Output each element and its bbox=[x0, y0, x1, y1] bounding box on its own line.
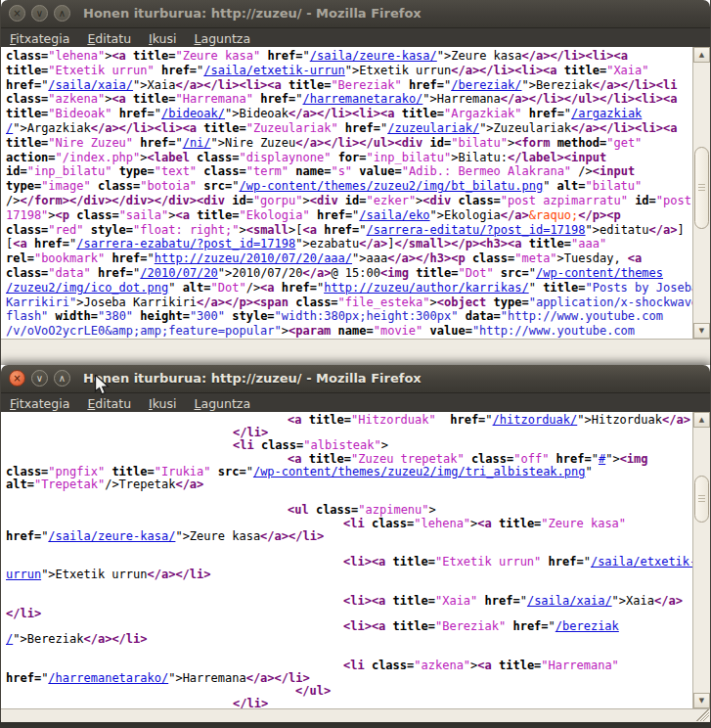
source-link[interactable]: /wp-content/themes bbox=[536, 266, 663, 280]
source-token: </a></li> bbox=[83, 632, 147, 646]
source-token bbox=[91, 179, 98, 193]
menu-laguntza[interactable]: Laguntza bbox=[186, 394, 260, 413]
source-token: "Irukia" bbox=[155, 465, 211, 478]
source-token: ">Xaia bbox=[612, 594, 654, 608]
source-link[interactable]: /harremanetarako/ bbox=[48, 671, 168, 685]
source-link[interactable]: /sarrera-ezabatu/?post_id=17198 bbox=[76, 237, 295, 250]
source-token: > bbox=[381, 438, 388, 452]
source-link[interactable]: urrun bbox=[6, 568, 41, 581]
source-link[interactable]: http://zuzeu/author/karrikas/ bbox=[324, 281, 529, 295]
source-token: "post- bbox=[656, 194, 692, 207]
source-token: href= bbox=[6, 78, 41, 92]
source-token: </a></li><li><a bbox=[571, 121, 677, 135]
menu-laguntza[interactable]: Laguntza bbox=[186, 29, 260, 48]
source-code-line: </li> bbox=[6, 698, 692, 708]
menu-fitxategia[interactable]: Fitxategia bbox=[1, 394, 78, 413]
source-token: "ezker" bbox=[367, 194, 417, 207]
source-token: </a></li> bbox=[260, 529, 324, 543]
titlebar[interactable]: × ∨ ∧ Honen iturburua: http://zuzeu/ - M… bbox=[1, 0, 710, 28]
source-link[interactable]: /saila/zeure-kasa/ bbox=[48, 529, 175, 543]
source-link[interactable]: /saila/xaia/ bbox=[527, 594, 612, 608]
source-token bbox=[522, 107, 529, 120]
vertical-scrollbar[interactable]: ▲ ▼ bbox=[692, 47, 710, 339]
source-link[interactable]: /bereziak/ bbox=[451, 78, 521, 92]
source-link[interactable]: /saila/etxetik- bbox=[591, 555, 692, 569]
scroll-down-icon[interactable]: ▼ bbox=[693, 323, 710, 339]
source-token: href= bbox=[450, 413, 485, 427]
source-token: type= bbox=[6, 179, 41, 193]
source-token: ">Bereziak bbox=[521, 78, 592, 92]
scroll-down-icon[interactable]: ▼ bbox=[693, 693, 710, 708]
menu-editatu[interactable]: Editatu bbox=[78, 394, 140, 413]
source-token: "saila" bbox=[119, 208, 169, 222]
source-token: " bbox=[295, 92, 302, 106]
source-link[interactable]: /bereziak bbox=[555, 619, 619, 633]
source-code-line: class="data" href="/2010/07/20">2010/07/… bbox=[6, 266, 692, 281]
vertical-scrollbar[interactable]: ▲ ▼ bbox=[692, 412, 710, 708]
source-token: id= bbox=[635, 194, 656, 207]
source-link[interactable]: /bideoak/ bbox=[161, 107, 225, 120]
source-token: " bbox=[520, 594, 527, 608]
source-token: "image" bbox=[41, 179, 91, 193]
menu-fitxategia[interactable]: Fitxategia bbox=[1, 29, 78, 48]
source-link[interactable]: /zuzeulariak/ bbox=[387, 121, 479, 135]
source-token: </a></p><span bbox=[197, 296, 289, 309]
source-token bbox=[282, 78, 289, 92]
source-code-line: alt="Trepetak"/>Trepetak</a> bbox=[6, 478, 692, 491]
source-token: ">Nire Zuzeu bbox=[211, 136, 296, 150]
status-bar bbox=[1, 708, 710, 722]
source-token: "azpimenu" bbox=[358, 503, 428, 517]
minimize-button-icon[interactable]: ∨ bbox=[31, 370, 48, 387]
source-link[interactable]: /saila/xaia/ bbox=[48, 78, 133, 92]
menu-ikusi[interactable]: Ikusi bbox=[140, 394, 185, 413]
source-token: class= bbox=[372, 659, 414, 672]
scrollbar-thumb[interactable] bbox=[694, 147, 709, 229]
source-link[interactable]: /sarrera-editatu/?post_id=17198 bbox=[367, 223, 586, 237]
menu-editatu[interactable]: Editatu bbox=[78, 29, 140, 48]
source-link[interactable]: /wp-content/themes/zuzeu2/img/bt_bilatu.… bbox=[239, 179, 543, 193]
menu-ikusi[interactable]: Ikusi bbox=[140, 29, 185, 48]
scrollbar-thumb[interactable] bbox=[694, 476, 709, 523]
source-link[interactable]: /ni/ bbox=[183, 136, 211, 150]
source-token: class= bbox=[471, 452, 513, 466]
source-link[interactable]: /harremanetarako/ bbox=[303, 92, 423, 106]
scroll-up-icon[interactable]: ▲ bbox=[693, 412, 710, 428]
close-button-icon[interactable]: × bbox=[9, 370, 25, 387]
source-link[interactable]: http://zuzeu/2010/07/20/aaa/ bbox=[155, 251, 352, 265]
source-token: href= bbox=[140, 136, 175, 150]
source-code-line: class="red" style="float: right;"><small… bbox=[6, 223, 692, 238]
window-controls: × ∨ ∧ bbox=[9, 5, 70, 22]
source-token: >[ bbox=[289, 223, 302, 237]
maximize-button-icon[interactable]: ∧ bbox=[54, 370, 70, 387]
view-source-window-top: × ∨ ∧ Honen iturburua: http://zuzeu/ - M… bbox=[0, 0, 711, 366]
source-token: "movie" bbox=[374, 324, 423, 338]
source-token: title= bbox=[289, 78, 331, 92]
source-token: class= bbox=[6, 92, 48, 106]
source-link[interactable]: /2010/07/20 bbox=[140, 266, 217, 280]
source-link[interactable]: /hitzorduak/ bbox=[493, 413, 578, 427]
maximize-button-icon[interactable]: ∧ bbox=[54, 5, 70, 22]
source-code-line: href="/saila/zeure-kasa/">Zeure kasa</a>… bbox=[6, 530, 692, 543]
source-link[interactable]: /saila/etxetik-urrun bbox=[203, 64, 345, 77]
close-button-icon[interactable]: × bbox=[9, 5, 25, 22]
scroll-up-icon[interactable]: ▲ bbox=[693, 47, 710, 63]
window-controls: × ∨ ∧ bbox=[9, 370, 70, 387]
source-token: </a></li> bbox=[246, 671, 310, 685]
source-link[interactable]: /wp-content/themes/zuzeu2/img/tri_albist… bbox=[253, 465, 586, 478]
source-link[interactable]: /saila/eko bbox=[359, 208, 429, 222]
resize-grip[interactable] bbox=[695, 709, 709, 721]
source-token: "off" bbox=[513, 452, 549, 466]
window-title: Honen iturburua: http://zuzeu/ - Mozilla… bbox=[83, 371, 422, 386]
source-token: "displaynone" bbox=[239, 151, 331, 164]
source-code-line: title="Nire Zuzeu" href="/ni/">Nire Zuze… bbox=[6, 136, 692, 151]
source-link[interactable]: /saila/zeure-kasa/ bbox=[310, 49, 437, 63]
source-token: <param bbox=[289, 324, 331, 338]
source-token: action= bbox=[6, 151, 56, 164]
source-token: style= bbox=[232, 309, 274, 323]
source-link[interactable]: /argazkiak bbox=[571, 107, 642, 120]
source-link[interactable]: /zuzeu2/img/ico_dot.png bbox=[6, 281, 168, 295]
source-token: name= bbox=[338, 324, 374, 338]
source-token: href= bbox=[529, 107, 564, 120]
minimize-button-icon[interactable]: ∨ bbox=[31, 5, 48, 22]
source-code: class="lehena"><a title="Zeure kasa" hre… bbox=[1, 47, 692, 339]
